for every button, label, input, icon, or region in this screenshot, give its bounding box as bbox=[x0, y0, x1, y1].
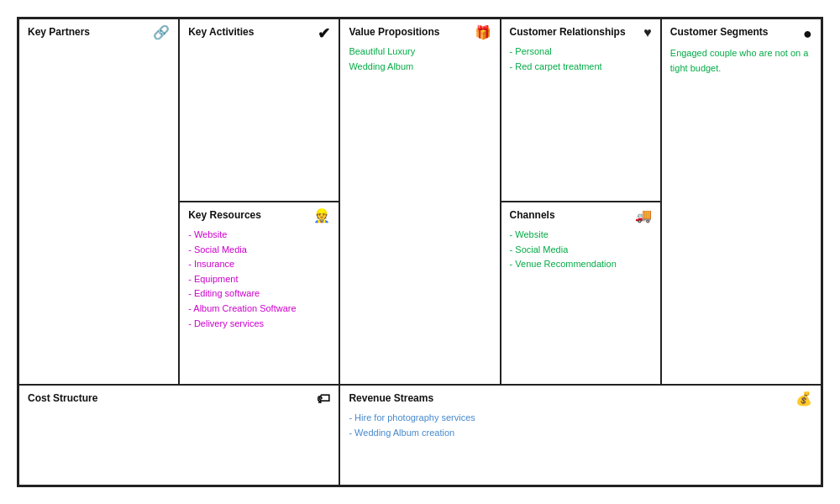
customer-relationships-title: Customer Relationships bbox=[510, 26, 626, 38]
key-activities-cell: Key Activities ✔ bbox=[179, 18, 339, 202]
link-icon: 🔗 bbox=[153, 26, 170, 39]
revenue-streams-cell: Revenue Streams 💰 - Hire for photography… bbox=[339, 385, 822, 486]
cost-structure-cell: Cost Structure 🏷 bbox=[18, 385, 339, 486]
list-item: - Social Media bbox=[188, 243, 330, 258]
customer-segments-cell: Customer Segments ● Engaged couple who a… bbox=[661, 18, 822, 385]
value-propositions-title: Value Propositions bbox=[349, 26, 439, 38]
business-model-canvas: Key Partners 🔗 Key Activities ✔ Key Reso… bbox=[17, 17, 823, 487]
value-propositions-header: Value Propositions 🎁 bbox=[349, 26, 491, 39]
key-partners-title: Key Partners bbox=[28, 26, 90, 38]
money-icon: 💰 bbox=[795, 392, 812, 406]
customer-segments-content: Engaged couple who are not on a tight bu… bbox=[670, 46, 812, 76]
list-item: Engaged couple who are not on a tight bu… bbox=[670, 46, 812, 76]
list-item: - Social Media bbox=[510, 243, 652, 258]
channels-content: - Website - Social Media - Venue Recomme… bbox=[510, 228, 652, 272]
value-propositions-content: Beautiful Luxury Wedding Album bbox=[349, 45, 491, 74]
list-item: - Album Creation Software bbox=[188, 302, 330, 317]
customer-relationships-header: Customer Relationships ♥ bbox=[510, 26, 652, 39]
revenue-streams-content: - Hire for photography services - Weddin… bbox=[349, 411, 812, 440]
list-item: Beautiful Luxury bbox=[349, 45, 491, 60]
key-resources-title: Key Resources bbox=[188, 209, 261, 221]
worker-icon: 👷 bbox=[313, 209, 330, 223]
checkmark-icon: ✔ bbox=[318, 26, 330, 41]
list-item: - Wedding Album creation bbox=[349, 426, 812, 441]
list-item: - Red carpet treatment bbox=[510, 60, 652, 75]
value-propositions-cell: Value Propositions 🎁 Beautiful Luxury We… bbox=[339, 18, 500, 385]
gift-icon: 🎁 bbox=[475, 26, 491, 39]
key-activities-title: Key Activities bbox=[188, 26, 254, 38]
truck-icon: 🚚 bbox=[635, 209, 652, 223]
list-item: - Venue Recommendation bbox=[510, 257, 652, 272]
channels-cell: Channels 🚚 - Website - Social Media - Ve… bbox=[501, 202, 661, 385]
list-item: - Delivery services bbox=[188, 317, 330, 332]
key-activities-header: Key Activities ✔ bbox=[188, 26, 330, 41]
key-resources-cell: Key Resources 👷 - Website - Social Media… bbox=[179, 202, 339, 385]
channels-title: Channels bbox=[510, 209, 555, 221]
key-resources-header: Key Resources 👷 bbox=[188, 209, 330, 223]
customer-relationships-content: - Personal - Red carpet treatment bbox=[510, 45, 652, 74]
list-item: - Website bbox=[188, 228, 330, 243]
customer-segments-title: Customer Segments bbox=[670, 26, 769, 38]
person-icon: ● bbox=[803, 26, 812, 41]
list-item: - Personal bbox=[510, 45, 652, 60]
list-item: - Website bbox=[510, 228, 652, 243]
channels-header: Channels 🚚 bbox=[510, 209, 652, 223]
revenue-streams-header: Revenue Streams 💰 bbox=[349, 392, 812, 406]
list-item: - Equipment bbox=[188, 272, 330, 287]
list-item: - Hire for photography services bbox=[349, 411, 812, 426]
customer-relationships-cell: Customer Relationships ♥ - Personal - Re… bbox=[501, 18, 661, 202]
list-item: - Editing software bbox=[188, 286, 330, 302]
cost-structure-header: Cost Structure 🏷 bbox=[28, 392, 330, 406]
key-resources-content: - Website - Social Media - Insurance - E… bbox=[188, 228, 330, 331]
list-item: Wedding Album bbox=[349, 60, 491, 75]
key-partners-header: Key Partners 🔗 bbox=[28, 26, 170, 39]
tag-icon: 🏷 bbox=[317, 392, 330, 406]
heart-icon: ♥ bbox=[643, 26, 652, 39]
cost-structure-title: Cost Structure bbox=[28, 392, 97, 404]
revenue-streams-title: Revenue Streams bbox=[349, 392, 433, 404]
list-item: - Insurance bbox=[188, 257, 330, 272]
key-partners-cell: Key Partners 🔗 bbox=[18, 18, 179, 385]
customer-segments-header: Customer Segments ● bbox=[670, 26, 812, 41]
